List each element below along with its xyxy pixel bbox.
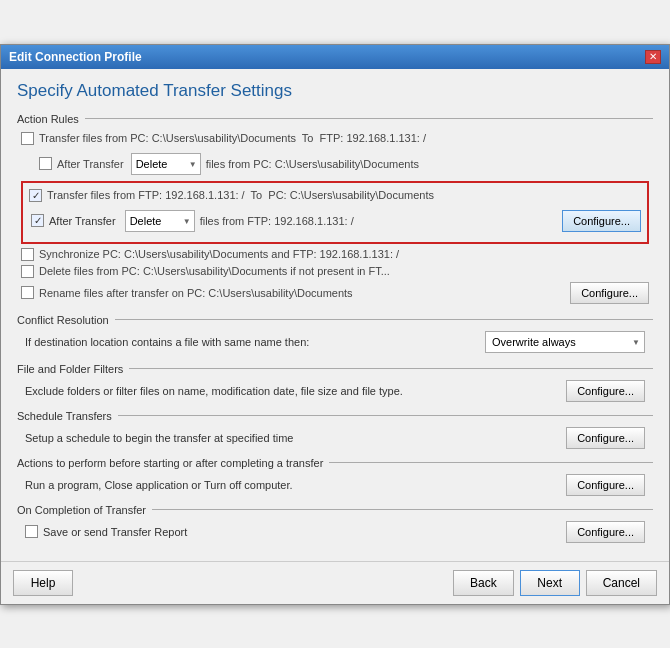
rule-2-text: Transfer files from FTP: 192.168.1.131: … bbox=[47, 189, 641, 201]
schedule-row: Setup a schedule to begin the transfer a… bbox=[17, 427, 653, 449]
rule-2-dropdown-wrapper: Delete Move Nothing bbox=[125, 210, 195, 232]
window-title: Edit Connection Profile bbox=[9, 50, 142, 64]
schedule-transfers-section: Schedule Transfers Setup a schedule to b… bbox=[17, 410, 653, 449]
completion-section: On Completion of Transfer Save or send T… bbox=[17, 504, 653, 543]
rule-2-row: Transfer files from FTP: 192.168.1.131: … bbox=[29, 187, 641, 204]
rule-1-after-label: After Transfer bbox=[57, 158, 124, 170]
rule-4-row: Delete files from PC: C:\Users\usability… bbox=[17, 265, 653, 278]
action-rules-divider bbox=[85, 118, 653, 119]
rule-3-checkbox[interactable] bbox=[21, 248, 34, 261]
rule-2-after-row: After Transfer Delete Move Nothing files… bbox=[29, 208, 641, 234]
rule-1-checkbox[interactable] bbox=[21, 132, 34, 145]
rule-1-block: Transfer files from PC: C:\Users\usabili… bbox=[17, 130, 653, 177]
action-rules-section: Action Rules Transfer files from PC: C:\… bbox=[17, 113, 653, 304]
rule-3-text: Synchronize PC: C:\Users\usability\Docum… bbox=[39, 248, 649, 260]
rule-2-checkbox[interactable] bbox=[29, 189, 42, 202]
help-button[interactable]: Help bbox=[13, 570, 73, 596]
rule-5-configure-button[interactable]: Configure... bbox=[570, 282, 649, 304]
section-header-completion: On Completion of Transfer bbox=[17, 504, 653, 516]
rule-3-row: Synchronize PC: C:\Users\usability\Docum… bbox=[17, 248, 653, 261]
actions-row: Run a program, Close application or Turn… bbox=[17, 474, 653, 496]
back-button[interactable]: Back bbox=[453, 570, 514, 596]
completion-label: On Completion of Transfer bbox=[17, 504, 146, 516]
next-button[interactable]: Next bbox=[520, 570, 580, 596]
content-area: Specify Automated Transfer Settings Acti… bbox=[1, 69, 669, 561]
file-folder-filters-section: File and Folder Filters Exclude folders … bbox=[17, 363, 653, 402]
rule-1-dropdown[interactable]: Delete Move Nothing bbox=[131, 153, 201, 175]
conflict-dropdown-wrapper: Overwrite always Skip Ask bbox=[485, 331, 645, 353]
filters-divider bbox=[129, 368, 653, 369]
footer-right: Back Next Cancel bbox=[453, 570, 657, 596]
rule-5-checkbox[interactable] bbox=[21, 286, 34, 299]
completion-configure-button[interactable]: Configure... bbox=[566, 521, 645, 543]
rule-1-text: Transfer files from PC: C:\Users\usabili… bbox=[39, 132, 649, 144]
rule-4-checkbox[interactable] bbox=[21, 265, 34, 278]
actions-divider bbox=[329, 462, 653, 463]
completion-divider bbox=[152, 509, 653, 510]
conflict-resolution-label: Conflict Resolution bbox=[17, 314, 109, 326]
completion-row: Save or send Transfer Report Configure..… bbox=[17, 521, 653, 543]
completion-checkbox[interactable] bbox=[25, 525, 38, 538]
footer: Help Back Next Cancel bbox=[1, 561, 669, 604]
conflict-dropdown[interactable]: Overwrite always Skip Ask bbox=[485, 331, 645, 353]
schedule-configure-button[interactable]: Configure... bbox=[566, 427, 645, 449]
cancel-button[interactable]: Cancel bbox=[586, 570, 657, 596]
rule-2-block: Transfer files from FTP: 192.168.1.131: … bbox=[21, 181, 649, 244]
conflict-divider bbox=[115, 319, 653, 320]
rule-5-row: Rename files after transfer on PC: C:\Us… bbox=[17, 282, 653, 304]
actions-section: Actions to perform before starting or af… bbox=[17, 457, 653, 496]
rule-2-after-checkbox[interactable] bbox=[31, 214, 44, 227]
rule-1-row: Transfer files from PC: C:\Users\usabili… bbox=[21, 130, 649, 147]
schedule-divider bbox=[118, 415, 653, 416]
section-header-actions: Actions to perform before starting or af… bbox=[17, 457, 653, 469]
rule-5-text: Rename files after transfer on PC: C:\Us… bbox=[39, 287, 570, 299]
page-title: Specify Automated Transfer Settings bbox=[17, 81, 653, 101]
rule-1-after-checkbox[interactable] bbox=[39, 157, 52, 170]
rule-4-text: Delete files from PC: C:\Users\usability… bbox=[39, 265, 649, 277]
section-header-schedule: Schedule Transfers bbox=[17, 410, 653, 422]
action-rules-label: Action Rules bbox=[17, 113, 79, 125]
section-header-action-rules: Action Rules bbox=[17, 113, 653, 125]
section-header-conflict: Conflict Resolution bbox=[17, 314, 653, 326]
actions-desc: Run a program, Close application or Turn… bbox=[25, 479, 566, 491]
schedule-label: Schedule Transfers bbox=[17, 410, 112, 422]
completion-desc: Save or send Transfer Report bbox=[43, 526, 566, 538]
filters-row: Exclude folders or filter files on name,… bbox=[17, 380, 653, 402]
section-header-filters: File and Folder Filters bbox=[17, 363, 653, 375]
rule-1-dropdown-wrapper: Delete Move Nothing bbox=[131, 153, 201, 175]
actions-label: Actions to perform before starting or af… bbox=[17, 457, 323, 469]
title-bar: Edit Connection Profile ✕ bbox=[1, 45, 669, 69]
main-window: Edit Connection Profile ✕ Specify Automa… bbox=[0, 44, 670, 605]
conflict-row: If destination location contains a file … bbox=[17, 331, 653, 353]
rule-1-after-row: After Transfer Delete Move Nothing files… bbox=[21, 151, 649, 177]
schedule-desc: Setup a schedule to begin the transfer a… bbox=[25, 432, 566, 444]
conflict-text: If destination location contains a file … bbox=[25, 336, 485, 348]
actions-configure-button[interactable]: Configure... bbox=[566, 474, 645, 496]
filters-label: File and Folder Filters bbox=[17, 363, 123, 375]
filters-desc: Exclude folders or filter files on name,… bbox=[25, 385, 566, 397]
conflict-resolution-section: Conflict Resolution If destination locat… bbox=[17, 314, 653, 353]
close-button[interactable]: ✕ bbox=[645, 50, 661, 64]
rule-2-after-label: After Transfer bbox=[49, 215, 116, 227]
rule-2-dropdown[interactable]: Delete Move Nothing bbox=[125, 210, 195, 232]
rule-2-after-text: files from FTP: 192.168.1.131: / bbox=[200, 215, 556, 227]
filters-configure-button[interactable]: Configure... bbox=[566, 380, 645, 402]
rule-2-configure-button[interactable]: Configure... bbox=[562, 210, 641, 232]
rule-1-after-text: files from PC: C:\Users\usability\Docume… bbox=[206, 158, 649, 170]
